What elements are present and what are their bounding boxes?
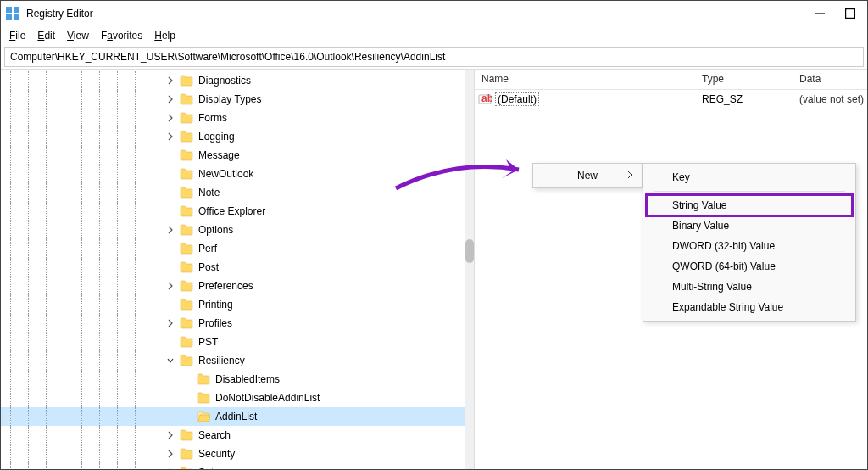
tree-label: Profiles bbox=[197, 317, 234, 329]
menu-view[interactable]: View bbox=[62, 28, 94, 43]
folder-icon bbox=[180, 280, 193, 292]
tree-label: PST bbox=[197, 336, 220, 348]
tree-label: Forms bbox=[197, 112, 229, 124]
tree-label: DoNotDisableAddinList bbox=[214, 392, 321, 404]
tree-item-office-explorer[interactable]: Office Explorer bbox=[1, 202, 474, 221]
tree-label: DisabledItems bbox=[214, 373, 281, 385]
tree-item-profiles[interactable]: Profiles bbox=[1, 314, 474, 333]
svg-rect-2 bbox=[6, 14, 12, 20]
tree-item-newoutlook[interactable]: NewOutlook bbox=[1, 165, 474, 183]
tree-item-pst[interactable]: PST bbox=[1, 333, 474, 351]
tree-label: Note bbox=[197, 187, 221, 199]
folder-icon bbox=[180, 448, 193, 460]
folder-icon bbox=[180, 112, 193, 124]
context-new[interactable]: New bbox=[533, 164, 642, 187]
tree-item-resiliency[interactable]: Resiliency bbox=[1, 351, 474, 370]
value-type: REG_SZ bbox=[695, 93, 793, 105]
tree-item-logging[interactable]: Logging bbox=[1, 127, 474, 146]
folder-icon bbox=[180, 168, 193, 180]
tree-item-setup[interactable]: Setup bbox=[1, 463, 474, 469]
expander-none bbox=[181, 373, 193, 385]
column-data[interactable]: Data bbox=[793, 70, 867, 89]
tree-item-message[interactable]: Message bbox=[1, 146, 474, 165]
tree-label: Search bbox=[197, 429, 232, 441]
menu-file[interactable]: File bbox=[4, 28, 31, 43]
tree-label: NewOutlook bbox=[197, 168, 255, 180]
tree-item-diagnostics[interactable]: Diagnostics bbox=[1, 71, 474, 90]
menu-separator bbox=[654, 191, 845, 192]
chevron-right-icon[interactable] bbox=[164, 280, 176, 292]
submenu-binary-value[interactable]: Binary Value bbox=[647, 215, 852, 236]
scroll-thumb[interactable] bbox=[465, 239, 474, 263]
column-name[interactable]: Name bbox=[475, 70, 695, 89]
expander-none bbox=[164, 187, 176, 199]
expander-none bbox=[164, 299, 176, 311]
menu-help[interactable]: Help bbox=[149, 28, 181, 43]
tree-item-post[interactable]: Post bbox=[1, 258, 474, 277]
tree-label: Perf bbox=[197, 243, 219, 255]
string-value-icon: ab bbox=[478, 93, 492, 105]
tree-item-addinlist[interactable]: AddinList bbox=[1, 407, 474, 426]
submenu-string-value[interactable]: String Value bbox=[647, 195, 852, 215]
tree-item-options[interactable]: Options bbox=[1, 221, 474, 239]
submenu-key[interactable]: Key bbox=[647, 167, 852, 187]
titlebar: Registry Editor bbox=[1, 1, 867, 26]
tree-item-disableditems[interactable]: DisabledItems bbox=[1, 370, 474, 389]
tree-scrollbar[interactable] bbox=[465, 70, 474, 469]
tree-item-note[interactable]: Note bbox=[1, 183, 474, 202]
maximize-button[interactable] bbox=[845, 8, 855, 19]
tree-label: Security bbox=[197, 448, 236, 460]
folder-icon bbox=[180, 187, 193, 199]
tree-item-forms[interactable]: Forms bbox=[1, 109, 474, 127]
submenu-expandable-string-value[interactable]: Expandable String Value bbox=[647, 297, 852, 317]
tree-item-preferences[interactable]: Preferences bbox=[1, 277, 474, 295]
menu-edit[interactable]: Edit bbox=[32, 28, 60, 43]
tree-label: Printing bbox=[197, 299, 235, 311]
tree-label: Display Types bbox=[197, 93, 263, 105]
tree-panel: DiagnosticsDisplay TypesFormsLoggingMess… bbox=[1, 70, 475, 469]
submenu-dword-32-bit-value[interactable]: DWORD (32-bit) Value bbox=[647, 236, 852, 256]
expander-none bbox=[164, 336, 176, 348]
tree-label: Options bbox=[197, 224, 235, 236]
chevron-right-icon[interactable] bbox=[164, 112, 176, 124]
tree-label: Message bbox=[197, 149, 242, 161]
svg-rect-5 bbox=[846, 9, 855, 19]
minimize-button[interactable] bbox=[815, 8, 825, 19]
folder-icon bbox=[180, 93, 193, 105]
tree-item-display-types[interactable]: Display Types bbox=[1, 90, 474, 109]
chevron-right-icon[interactable] bbox=[164, 131, 176, 143]
chevron-right-icon bbox=[626, 170, 633, 182]
folder-icon bbox=[180, 429, 193, 441]
registry-value-row[interactable]: ab(Default)REG_SZ(value not set) bbox=[475, 90, 867, 109]
expander-none bbox=[181, 411, 193, 422]
tree-label: Setup bbox=[197, 467, 226, 469]
tree-item-perf[interactable]: Perf bbox=[1, 239, 474, 258]
chevron-right-icon[interactable] bbox=[164, 93, 176, 105]
address-bar[interactable]: Computer\HKEY_CURRENT_USER\Software\Micr… bbox=[4, 47, 864, 67]
tree-item-printing[interactable]: Printing bbox=[1, 295, 474, 314]
menu-favorites[interactable]: Favorites bbox=[96, 28, 147, 43]
tree-item-search[interactable]: Search bbox=[1, 426, 474, 445]
submenu-qword-64-bit-value[interactable]: QWORD (64-bit) Value bbox=[647, 256, 852, 277]
value-data: (value not set) bbox=[793, 93, 867, 105]
chevron-down-icon[interactable] bbox=[164, 355, 176, 366]
folder-icon bbox=[180, 299, 193, 311]
column-type[interactable]: Type bbox=[695, 70, 793, 89]
tree-item-security[interactable]: Security bbox=[1, 445, 474, 463]
context-submenu: KeyString ValueBinary ValueDWORD (32-bit… bbox=[643, 163, 856, 322]
chevron-right-icon[interactable] bbox=[164, 429, 176, 441]
folder-icon bbox=[180, 355, 193, 366]
submenu-multi-string-value[interactable]: Multi-String Value bbox=[647, 277, 852, 297]
chevron-right-icon[interactable] bbox=[164, 224, 176, 236]
window-controls bbox=[815, 8, 862, 19]
svg-rect-0 bbox=[6, 7, 12, 13]
chevron-right-icon[interactable] bbox=[164, 448, 176, 460]
folder-icon bbox=[180, 205, 193, 217]
tree-label: Logging bbox=[197, 131, 236, 143]
tree-item-donotdisableaddinlist[interactable]: DoNotDisableAddinList bbox=[1, 389, 474, 407]
expander-none bbox=[164, 243, 176, 255]
chevron-right-icon[interactable] bbox=[164, 467, 176, 469]
value-name: (Default) bbox=[495, 92, 539, 106]
chevron-right-icon[interactable] bbox=[164, 75, 176, 87]
chevron-right-icon[interactable] bbox=[164, 317, 176, 329]
